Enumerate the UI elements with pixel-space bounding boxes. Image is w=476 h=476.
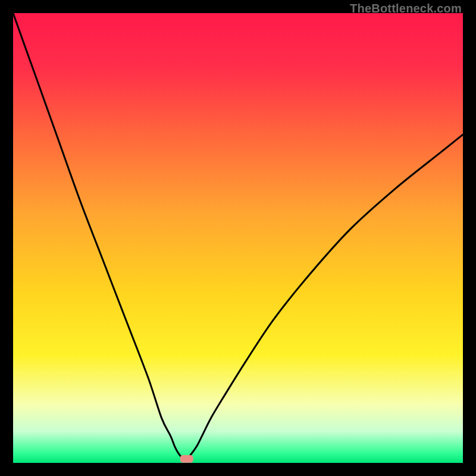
minimum-marker bbox=[180, 455, 193, 463]
chart-frame bbox=[13, 13, 463, 463]
gradient-background bbox=[13, 13, 463, 463]
bottleneck-chart bbox=[13, 13, 463, 463]
